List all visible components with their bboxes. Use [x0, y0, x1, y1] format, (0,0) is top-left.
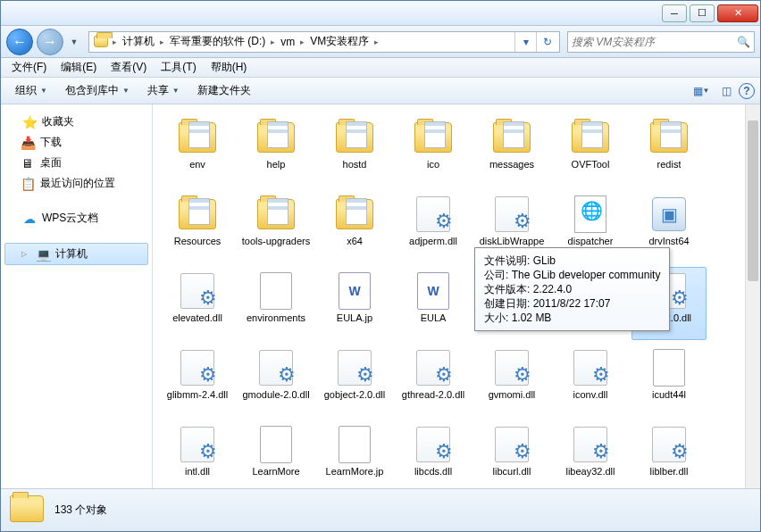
file-list[interactable]: envhelphostdicomessagesOVFToolredistReso… — [153, 104, 760, 488]
breadcrumb-drive[interactable]: 军哥重要的软件 (D:) — [166, 32, 269, 52]
file-label: gthread-2.0.dll — [402, 389, 464, 401]
menu-help[interactable]: 帮助(H) — [204, 59, 255, 77]
star-icon: ⭐ — [22, 115, 37, 129]
file-label: hostd — [343, 159, 367, 170]
file-item[interactable]: x64 — [317, 190, 392, 263]
refresh-button[interactable]: ↻ — [536, 32, 557, 52]
file-label: libeay32.dll — [565, 466, 615, 478]
status-bar: 133 个对象 — [1, 488, 760, 531]
back-button[interactable]: ← — [6, 29, 33, 55]
menu-view[interactable]: 查看(V) — [104, 59, 154, 77]
file-icon — [412, 425, 455, 464]
file-item[interactable]: LearnMore.jp — [317, 420, 392, 488]
file-item[interactable]: elevated.dll — [160, 267, 235, 340]
file-item[interactable]: help — [238, 113, 314, 187]
file-icon — [333, 118, 376, 157]
file-item[interactable]: gobject-2.0.dll — [317, 344, 392, 417]
file-item[interactable]: gthread-2.0.dll — [396, 344, 471, 417]
file-item[interactable]: hostd — [317, 113, 392, 187]
file-item[interactable]: LearnMore — [238, 420, 314, 488]
file-icon — [255, 195, 297, 234]
file-item[interactable]: adjperm.dll — [396, 190, 471, 263]
breadcrumb-separator[interactable]: ▸ — [372, 37, 380, 46]
file-label: ico — [427, 159, 439, 170]
navigation-bar: ← → ▼ ▸ 计算机 ▸ 军哥重要的软件 (D:) ▸ vm ▸ VM安装程序… — [1, 26, 760, 58]
view-options-button[interactable]: ▦ ▼ — [689, 80, 714, 102]
sidebar-favorites[interactable]: ⭐收藏夹 — [1, 112, 152, 132]
breadcrumb-vm[interactable]: vm — [277, 32, 298, 52]
file-item[interactable]: WEULA.jp — [317, 267, 392, 340]
file-label: messages — [489, 159, 534, 170]
file-item[interactable]: libeay32.dll — [553, 420, 628, 488]
file-item[interactable]: liblber.dll — [631, 420, 707, 488]
address-dropdown[interactable]: ▾ — [514, 32, 536, 52]
breadcrumb-separator[interactable]: ▸ — [269, 37, 277, 46]
scrollbar-thumb[interactable] — [748, 121, 758, 281]
sidebar-wps[interactable]: ☁WPS云文档 — [1, 208, 152, 229]
file-item[interactable]: gmodule-2.0.dll — [238, 344, 314, 417]
file-item[interactable]: WEULA — [396, 267, 471, 340]
search-input[interactable] — [572, 36, 737, 48]
file-item[interactable]: messages — [474, 113, 549, 187]
file-icon — [412, 195, 455, 234]
minimize-button[interactable]: ─ — [662, 4, 687, 22]
file-label: elevated.dll — [172, 312, 222, 324]
include-library-button[interactable]: 包含到库中 ▼ — [56, 79, 138, 103]
file-item[interactable]: gvmomi.dll — [474, 344, 549, 417]
file-icon — [648, 348, 690, 387]
nav-history-dropdown[interactable]: ▼ — [67, 29, 81, 54]
file-label: gmodule-2.0.dll — [242, 389, 309, 401]
file-item[interactable]: OVFTool — [553, 113, 628, 187]
download-icon: 📥 — [21, 136, 35, 150]
file-item[interactable]: glibmm-2.4.dll — [160, 344, 235, 417]
menu-edit[interactable]: 编辑(E) — [54, 59, 104, 77]
breadcrumb-current[interactable]: VM安装程序 — [306, 32, 372, 52]
file-item[interactable]: libcds.dll — [396, 420, 471, 488]
file-label: LearnMore.jp — [326, 466, 384, 478]
file-item[interactable]: Resources — [160, 190, 235, 263]
breadcrumb-separator[interactable]: ▸ — [298, 37, 306, 46]
organize-button[interactable]: 组织 ▼ — [6, 79, 56, 103]
search-box[interactable]: 🔍 — [567, 31, 755, 53]
help-button[interactable]: ? — [739, 83, 755, 99]
file-label: glibmm-2.4.dll — [167, 389, 228, 401]
file-item[interactable]: icudt44l — [631, 344, 707, 417]
file-icon — [255, 425, 297, 464]
file-item[interactable]: intl.dll — [160, 420, 235, 488]
preview-pane-button[interactable]: ◫ — [714, 80, 739, 102]
menu-file[interactable]: 文件(F) — [4, 59, 54, 77]
search-icon[interactable]: 🔍 — [737, 36, 750, 48]
file-icon — [176, 271, 219, 311]
file-icon — [490, 118, 533, 157]
menu-tools[interactable]: 工具(T) — [154, 59, 203, 77]
file-item[interactable]: environments — [238, 267, 314, 340]
breadcrumb-separator[interactable]: ▸ — [158, 37, 166, 46]
file-icon — [333, 195, 376, 234]
forward-button[interactable]: → — [37, 29, 63, 55]
file-icon — [569, 348, 612, 387]
sidebar-recent[interactable]: 📋最近访问的位置 — [1, 173, 152, 194]
file-item[interactable]: libcurl.dll — [474, 420, 549, 488]
file-label: redist — [657, 159, 682, 170]
file-item[interactable]: redist — [631, 113, 707, 187]
file-item[interactable]: iconv.dll — [553, 344, 628, 417]
share-button[interactable]: 共享 ▼ — [138, 79, 188, 103]
sidebar-desktop[interactable]: 🖥桌面 — [1, 153, 152, 173]
file-label: environments — [247, 312, 305, 324]
file-label: liblber.dll — [650, 466, 689, 478]
file-label: LearnMore — [252, 466, 299, 478]
file-icon — [255, 271, 297, 311]
breadcrumb-separator[interactable]: ▸ — [111, 37, 119, 46]
file-item[interactable]: ico — [396, 113, 471, 187]
sidebar-computer[interactable]: ▷💻计算机 — [4, 243, 148, 265]
file-item[interactable]: env — [160, 113, 235, 187]
maximize-button[interactable]: ☐ — [690, 4, 715, 22]
address-bar[interactable]: ▸ 计算机 ▸ 军哥重要的软件 (D:) ▸ vm ▸ VM安装程序 ▸ ▾ ↻ — [88, 31, 560, 53]
file-icon — [490, 195, 533, 234]
new-folder-button[interactable]: 新建文件夹 — [188, 79, 260, 103]
close-button[interactable]: ✕ — [717, 4, 758, 22]
file-item[interactable]: tools-upgraders — [238, 190, 314, 263]
sidebar-downloads[interactable]: 📥下载 — [1, 132, 152, 153]
breadcrumb-computer[interactable]: 计算机 — [119, 32, 158, 52]
vertical-scrollbar[interactable] — [745, 104, 760, 488]
